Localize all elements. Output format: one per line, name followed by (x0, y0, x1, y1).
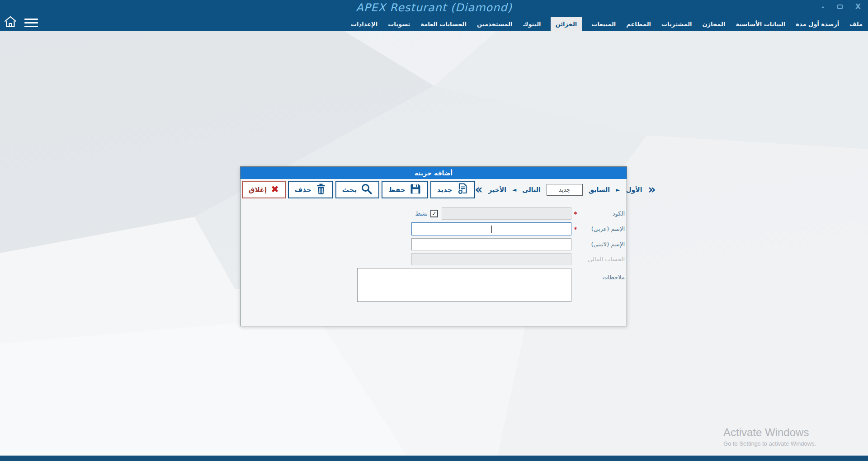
financial-account-label: الحساب المالى (580, 256, 625, 263)
app-window: APEX Resturant (Diamond) - X ملف أرصدة أ… (0, 0, 868, 461)
name-arabic-input[interactable] (411, 222, 571, 235)
maximize-icon (837, 5, 843, 9)
menu-item-users[interactable]: المستخدمين (476, 17, 514, 31)
trash-icon (316, 183, 326, 197)
watermark-line2: Go to Settings to activate Windows. (723, 440, 816, 447)
hamburger-menu-icon[interactable] (24, 19, 38, 27)
code-required-marker: * (571, 210, 580, 217)
code-label: الكود (580, 210, 625, 217)
new-document-icon (457, 183, 468, 197)
search-icon (361, 183, 373, 197)
name-arabic-label: الإسم (عربي) (580, 226, 625, 232)
search-button-label: بحث (342, 186, 357, 194)
watermark-line1: Activate Windows (723, 426, 816, 439)
nav-previous-button[interactable]: السابق (589, 186, 610, 193)
financial-account-input (411, 253, 571, 265)
nav-first-chevron-icon[interactable]: » (648, 185, 656, 194)
name-arabic-required-marker: * (571, 226, 580, 233)
menu-item-banks[interactable]: البنوك (522, 17, 542, 31)
toolbar-buttons: إغلاق ✖ حذف (242, 181, 475, 198)
maximize-button[interactable] (837, 3, 843, 10)
save-floppy-icon (410, 183, 421, 197)
home-icon[interactable] (4, 15, 17, 30)
menu-item-treasuries[interactable]: الخزائن (551, 17, 582, 31)
nav-next-arrow-icon[interactable]: ◄ (512, 187, 516, 193)
name-latin-label: الإسم (لاتينى) (580, 241, 625, 248)
menu-item-restaurants[interactable]: المطاعم (625, 17, 652, 31)
close-window-button[interactable]: X (855, 3, 861, 10)
notes-row: ملاحظات (242, 268, 625, 302)
nav-first-button[interactable]: الأول (626, 186, 642, 193)
record-navigator: « الأخير ◄ التالى جديد السابق ► الأول » (475, 184, 656, 196)
nav-next-button[interactable]: التالى (522, 186, 540, 193)
dialog-toolbar: إغلاق ✖ حذف (241, 179, 627, 200)
treasury-form: الكود * ✓ نشط الإسم (عربي) * الإسم (لاتي… (242, 207, 625, 305)
delete-button[interactable]: حذف (288, 181, 333, 198)
dialog-title: أضافه خزينه (241, 167, 627, 179)
menu-item-settings[interactable]: الإعدادات (350, 17, 378, 31)
add-treasury-dialog: أضافه خزينه إغلاق ✖ حذف (240, 166, 627, 326)
code-input (442, 207, 571, 220)
active-checkbox[interactable]: ✓ (430, 210, 438, 217)
close-dialog-button[interactable]: إغلاق ✖ (242, 181, 286, 198)
name-latin-row: الإسم (لاتينى) (242, 238, 625, 250)
notes-textarea[interactable] (357, 268, 571, 302)
check-icon: ✓ (432, 211, 437, 216)
nav-last-button[interactable]: الأخير (488, 186, 506, 193)
code-row: الكود * ✓ نشط (242, 207, 625, 220)
header-left-icons (4, 15, 38, 30)
notes-label: ملاحظات (580, 268, 625, 281)
menu-item-warehouses[interactable]: المخازن (702, 17, 726, 31)
delete-button-label: حذف (295, 186, 311, 194)
header: APEX Resturant (Diamond) - X ملف أرصدة أ… (0, 0, 868, 31)
menu-item-purchases[interactable]: المشتريات (660, 17, 693, 31)
app-title: APEX Resturant (Diamond) (0, 1, 868, 14)
search-button[interactable]: بحث (335, 181, 379, 198)
menu-item-basic-data[interactable]: البيانات الأساسية (735, 17, 786, 31)
close-x-icon: ✖ (271, 185, 279, 194)
save-button-label: حفظ (388, 186, 406, 194)
menu-item-sales[interactable]: المبيعات (590, 17, 617, 31)
save-button[interactable]: حفظ (382, 181, 428, 198)
menu-item-adjustments[interactable]: تسويات (387, 17, 411, 31)
record-state-box: جديد (547, 184, 583, 196)
new-button[interactable]: جديد (430, 181, 475, 198)
minimize-button[interactable]: - (821, 3, 825, 10)
active-checkbox-label: نشط (415, 210, 428, 217)
financial-account-row: الحساب المالى (242, 253, 625, 265)
bottom-bar (0, 456, 868, 461)
new-button-label: جديد (437, 186, 453, 194)
menu-item-general-accounts[interactable]: الحسابات العامة (420, 17, 467, 31)
name-arabic-row: الإسم (عربي) * (242, 222, 625, 235)
text-cursor (491, 226, 492, 233)
menu-item-file[interactable]: ملف (849, 17, 863, 31)
menu-bar: ملف أرصدة أول مدة البيانات الأساسية المخ… (0, 17, 868, 31)
nav-previous-arrow-icon[interactable]: ► (616, 187, 620, 193)
close-button-label: إغلاق (249, 186, 267, 194)
activate-windows-watermark: Activate Windows Go to Settings to activ… (723, 426, 816, 447)
nav-last-chevron-icon[interactable]: « (475, 185, 483, 194)
menu-item-opening-balances[interactable]: أرصدة أول مدة (795, 17, 840, 31)
window-controls: - X (821, 3, 861, 10)
name-latin-input[interactable] (411, 238, 571, 250)
